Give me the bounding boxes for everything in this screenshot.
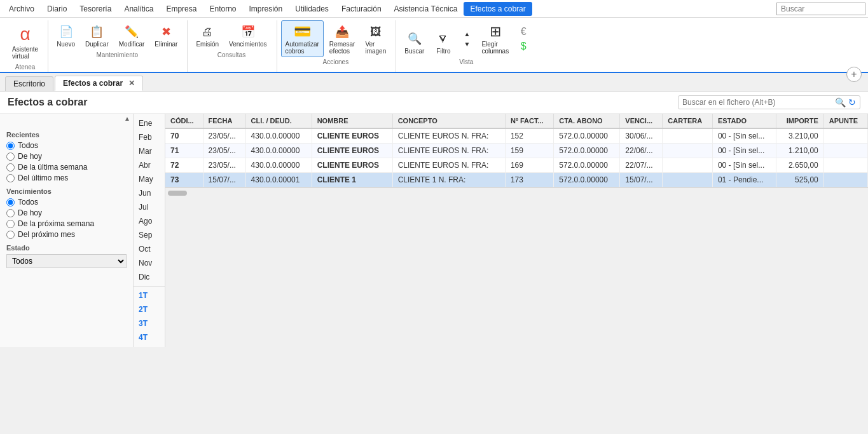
radio-proxima-semana-input[interactable] [6, 220, 15, 228]
menu-facturacion[interactable]: Facturación [335, 2, 388, 16]
menu-tesoreria[interactable]: Tesorería [73, 2, 118, 16]
euro-button[interactable]: € [516, 25, 531, 39]
month-3t[interactable]: 3T [134, 316, 165, 330]
menu-utilidades[interactable]: Utilidades [289, 2, 335, 16]
menu-efectos-cobrar[interactable]: Efectos a cobrar [464, 2, 532, 16]
col-concepto[interactable]: CONCEPTO [392, 114, 505, 128]
col-fecha[interactable]: FECHA [203, 114, 245, 128]
buscar-button[interactable]: 🔍 Buscar [400, 27, 429, 57]
col-cli-deud[interactable]: CLI. / DEUD. [245, 114, 312, 128]
month-mar[interactable]: Mar [134, 144, 165, 158]
h-scrollbar[interactable] [165, 187, 868, 198]
table-row[interactable]: 7315/07/...430.0.0.00001CLIENTE 1CLIENTE… [165, 173, 868, 187]
radio-ultima-semana[interactable]: De la última semana [6, 163, 127, 172]
col-nfact[interactable]: Nº FACT... [505, 114, 553, 128]
search-fichero-input[interactable] [682, 98, 835, 107]
month-nov[interactable]: Nov [134, 256, 165, 270]
table-row[interactable]: 7223/05/...430.0.0.00000CLIENTE EUROSCLI… [165, 158, 868, 173]
eliminar-button[interactable]: ✖ Eliminar [150, 20, 182, 50]
radio-de-hoy-input[interactable] [6, 153, 15, 161]
add-tab-button[interactable]: + [846, 67, 862, 82]
radio-de-hoy-v[interactable]: De hoy [6, 208, 127, 217]
radio-todos-rec-input[interactable] [6, 142, 15, 150]
imagen-icon: 🖼 [367, 23, 385, 41]
remesar-efectos-button[interactable]: 📤 Remesarefectos [325, 20, 360, 57]
radio-ultimo-mes-input[interactable] [6, 174, 15, 182]
automatizar-cobros-button[interactable]: 💳 Automatizarcobros [281, 20, 324, 57]
table-cell-codigo: 70 [165, 128, 203, 144]
radio-todos-venc-input[interactable] [6, 198, 15, 207]
radio-todos-venc[interactable]: Todos [6, 198, 127, 207]
menu-entorno[interactable]: Entorno [203, 2, 242, 16]
eliminar-label: Eliminar [155, 41, 177, 48]
vencimientos-button[interactable]: 📅 Vencimientos [224, 20, 271, 50]
table-area: CÓDI... FECHA CLI. / DEUD. NOMBRE CONCEP… [165, 114, 868, 347]
table-cell-fecha: 23/05/... [203, 144, 245, 158]
dollar-button[interactable]: $ [516, 39, 531, 53]
radio-de-hoy-v-input[interactable] [6, 209, 15, 217]
month-oct[interactable]: Oct [134, 242, 165, 256]
radio-proxima-semana[interactable]: De la próxima semana [6, 219, 127, 228]
col-apunte[interactable]: APUNTE [823, 114, 867, 128]
ver-imagen-button[interactable]: 🖼 Verimagen [361, 20, 390, 57]
radio-de-hoy[interactable]: De hoy [6, 152, 127, 161]
month-feb[interactable]: Feb [134, 130, 165, 144]
refresh-icon[interactable]: ↻ [848, 97, 856, 107]
sidebar-scroll: Recientes Todos De hoy De la última sema… [0, 123, 133, 347]
month-1t[interactable]: 1T [134, 288, 165, 302]
radio-de-hoy-v-label: De hoy [18, 208, 42, 217]
tab-escritorio[interactable]: Escritorio [5, 76, 53, 91]
month-4t[interactable]: 4T [134, 330, 165, 344]
table-cell-cli-deud: 430.0.0.00001 [245, 173, 312, 187]
month-ago[interactable]: Ago [134, 214, 165, 228]
modificar-button[interactable]: ✏️ Modificar [114, 20, 149, 50]
month-may[interactable]: May [134, 172, 165, 186]
menu-empresa[interactable]: Empresa [160, 2, 203, 16]
col-estado[interactable]: ESTADO [712, 114, 776, 128]
elegir-columnas-button[interactable]: ⊞ Elegircolumnas [477, 20, 513, 57]
page-title: Efectos a cobrar [8, 97, 87, 108]
filtro-button[interactable]: ⛛ Filtro [430, 27, 457, 57]
month-ene[interactable]: Ene [134, 116, 165, 130]
col-codigo[interactable]: CÓDI... [165, 114, 203, 128]
sort-down-button[interactable]: ▼ [459, 39, 474, 49]
month-abr[interactable]: Abr [134, 158, 165, 172]
col-cartera[interactable]: CARTERA [663, 114, 713, 128]
tab-close-button[interactable]: ✕ [128, 79, 135, 88]
menu-impresion[interactable]: Impresión [242, 2, 289, 16]
duplicar-button[interactable]: 📋 Duplicar [81, 20, 113, 50]
nuevo-button[interactable]: 📄 Nuevo [52, 20, 79, 50]
radio-proximo-mes-input[interactable] [6, 231, 15, 239]
automatizar-label: Automatizarcobros [286, 41, 319, 55]
month-2t[interactable]: 2T [134, 302, 165, 316]
tab-efectos-cobrar[interactable]: Efectos a cobrar ✕ [55, 76, 143, 91]
month-jun[interactable]: Jun [134, 186, 165, 200]
month-dic[interactable]: Dic [134, 270, 165, 284]
col-cta-abono[interactable]: CTA. ABONO [554, 114, 620, 128]
menu-asistencia[interactable]: Asistencia Técnica [388, 2, 464, 16]
table-cell-cli-deud: 430.0.0.00000 [245, 144, 312, 158]
sidebar-scroll-up[interactable]: ▲ [124, 115, 130, 122]
menu-search-input[interactable] [776, 3, 865, 15]
sort-up-button[interactable]: ▲ [459, 29, 474, 39]
ribbon-buttons-acciones: 💳 Automatizarcobros 📤 Remesarefectos 🖼 V… [281, 20, 391, 57]
emision-button[interactable]: 🖨 Emisión [191, 20, 223, 50]
menu-analitica[interactable]: Analítica [118, 2, 160, 16]
radio-proximo-mes[interactable]: Del próximo mes [6, 230, 127, 239]
col-venci[interactable]: VENCI... [620, 114, 663, 128]
asistente-virtual-button[interactable]: α Asistentevirtual [8, 20, 43, 62]
col-importe[interactable]: IMPORTE [776, 114, 824, 128]
table-cell-codigo: 72 [165, 158, 203, 173]
menu-diario[interactable]: Diario [41, 2, 73, 16]
month-jul[interactable]: Jul [134, 200, 165, 214]
table-row[interactable]: 7023/05/...430.0.0.00000CLIENTE EUROSCLI… [165, 128, 868, 144]
asistente-icon: α [14, 23, 37, 46]
month-sep[interactable]: Sep [134, 228, 165, 242]
radio-ultimo-mes[interactable]: Del último mes [6, 173, 127, 182]
table-row[interactable]: 7123/05/...430.0.0.00000CLIENTE EUROSCLI… [165, 144, 868, 158]
menu-archivo[interactable]: Archivo [3, 2, 41, 16]
radio-todos-rec[interactable]: Todos [6, 141, 127, 150]
estado-select[interactable]: Todos [6, 254, 127, 268]
radio-ultima-semana-input[interactable] [6, 163, 15, 172]
col-nombre[interactable]: NOMBRE [312, 114, 392, 128]
